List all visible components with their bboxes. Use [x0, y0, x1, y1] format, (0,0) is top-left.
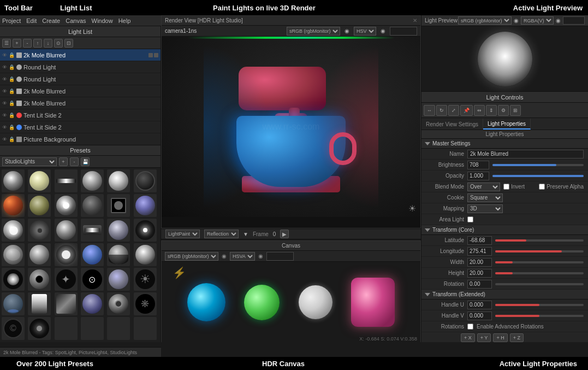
preset-item[interactable] [107, 243, 130, 266]
preset-item[interactable] [2, 268, 25, 291]
lc-flip-h-btn[interactable]: ⇔ [474, 105, 485, 116]
tab-render-view-settings[interactable]: Render View Settings [421, 119, 483, 130]
preset-item[interactable] [81, 219, 104, 242]
preset-item[interactable] [28, 243, 51, 266]
preset-item[interactable] [28, 268, 51, 291]
rotation-input[interactable] [467, 280, 492, 289]
preset-item[interactable] [107, 219, 130, 242]
light-item[interactable]: 👁 🔒 Round Light [0, 61, 161, 73]
opacity-slider[interactable] [492, 175, 584, 177]
play-btn[interactable]: ▶ [280, 230, 289, 238]
section-master[interactable]: Master Settings [421, 139, 588, 149]
preset-save-btn[interactable]: 💾 [81, 157, 90, 166]
preset-item[interactable] [2, 243, 25, 266]
light-item[interactable]: 👁 🔒 Tent Lit Side 2 [0, 109, 161, 121]
preset-item[interactable] [81, 194, 104, 217]
brightness-input[interactable] [467, 161, 489, 169]
preset-item[interactable] [55, 219, 78, 242]
preset-item[interactable] [81, 292, 104, 315]
menu-project[interactable]: Project [2, 17, 21, 24]
lc-extra-btn[interactable]: ⊞ [510, 105, 521, 116]
light-item[interactable]: 👁 🔒 2k Mole Blurred [0, 97, 161, 109]
preset-item[interactable] [81, 243, 104, 266]
name-input[interactable] [467, 150, 584, 158]
preset-item[interactable] [55, 292, 78, 315]
longitude-input[interactable] [467, 247, 492, 256]
preset-item[interactable] [81, 169, 104, 192]
tab-light-properties[interactable]: Light Properties [483, 119, 531, 130]
brightness-slider[interactable] [492, 164, 584, 166]
lightpaint-select[interactable]: LightPaint [165, 230, 200, 238]
rot-z2-btn[interactable]: + Z [510, 333, 524, 342]
preset-item[interactable] [28, 194, 51, 217]
handle-v-input[interactable] [467, 312, 492, 320]
preset-add-btn[interactable]: + [59, 157, 68, 166]
preview-mode[interactable]: RGBA(V) [521, 16, 554, 25]
light-item[interactable]: 👁 🔒 Tent Lit Side 2 [0, 121, 161, 133]
preset-item[interactable]: © [2, 317, 25, 340]
lc-settings-btn[interactable]: ⚙ [498, 105, 509, 116]
preset-item[interactable]: ☀ [134, 268, 157, 291]
light-item[interactable]: 👁 🔒 Round Light [0, 73, 161, 85]
ll-btn-4[interactable]: ↑ [33, 39, 42, 48]
canvas-mode[interactable]: HSVA [230, 252, 255, 261]
reflection-select[interactable]: Reflection [204, 230, 239, 238]
preset-item[interactable]: ✦ [55, 268, 78, 291]
ll-btn-1[interactable]: ☰ [2, 39, 11, 48]
cookie-dropdown[interactable]: Square [467, 193, 503, 202]
mapping-dropdown[interactable]: 3D [467, 204, 503, 213]
preset-remove-btn[interactable]: - [70, 157, 79, 166]
preview-colorspace[interactable]: sRGB (rgbMonitor) [458, 16, 512, 25]
preset-item[interactable] [134, 243, 157, 266]
menu-window[interactable]: Window [92, 17, 113, 24]
area-light-checkbox[interactable] [467, 216, 473, 222]
invert-checkbox[interactable] [503, 184, 509, 190]
width-slider[interactable] [495, 261, 584, 263]
handle-u-input[interactable] [467, 301, 492, 309]
menu-canvas[interactable]: Canvas [66, 17, 86, 24]
lc-flip-v-btn[interactable]: ⇕ [486, 105, 497, 116]
menu-help[interactable]: Help [118, 17, 131, 24]
ll-btn-7[interactable]: ⊡ [64, 39, 73, 48]
longitude-slider[interactable] [495, 250, 584, 252]
canvas-value[interactable]: 1.0000 [266, 252, 294, 261]
presets-dropdown[interactable]: StudioLights [2, 157, 57, 166]
rot-y-btn[interactable]: + Y [477, 333, 491, 342]
lc-scale-btn[interactable]: ⤢ [448, 105, 459, 116]
lc-move-btn[interactable]: ↔ [424, 105, 435, 116]
preset-item[interactable] [107, 292, 130, 315]
ll-btn-2[interactable]: + [13, 39, 21, 48]
preset-item[interactable] [81, 317, 104, 340]
menu-edit[interactable]: Edit [26, 17, 37, 24]
preset-item[interactable] [107, 317, 130, 340]
light-item[interactable]: 👁 🔒 Picture Background [0, 133, 161, 145]
latitude-input[interactable] [467, 236, 492, 245]
preset-item[interactable] [2, 194, 25, 217]
preset-item[interactable]: ❋ [134, 292, 157, 315]
opacity-input[interactable] [467, 172, 489, 180]
height-input[interactable] [467, 269, 492, 278]
preset-item[interactable] [2, 169, 25, 192]
preset-item[interactable] [28, 219, 51, 242]
sun-icon[interactable]: ☀ [408, 203, 416, 214]
ll-btn-5[interactable]: ↓ [44, 39, 52, 48]
handle-v-slider[interactable] [495, 315, 584, 317]
menu-create[interactable]: Create [42, 17, 60, 24]
preset-item[interactable] [55, 169, 78, 192]
preset-item[interactable] [55, 317, 78, 340]
value-input[interactable]: 1.4260 [390, 27, 417, 36]
preset-item[interactable] [107, 268, 130, 291]
preset-item[interactable] [2, 219, 25, 242]
rotation-slider[interactable] [495, 283, 584, 285]
preset-item[interactable]: ⊙ [81, 268, 104, 291]
preset-item[interactable] [55, 243, 78, 266]
blend-dropdown[interactable]: Over [467, 183, 500, 191]
rot-x-btn[interactable]: + X [461, 333, 475, 342]
preset-item[interactable] [2, 292, 25, 315]
preset-item[interactable] [55, 194, 78, 217]
preserve-alpha-checkbox[interactable] [539, 184, 545, 190]
light-item[interactable]: 👁 🔒 2k Mole Blurred [0, 49, 161, 61]
ll-btn-6[interactable]: ⊙ [54, 39, 63, 48]
section-transform-ext[interactable]: Transform (Extended) [421, 290, 588, 299]
latitude-slider[interactable] [495, 239, 584, 242]
